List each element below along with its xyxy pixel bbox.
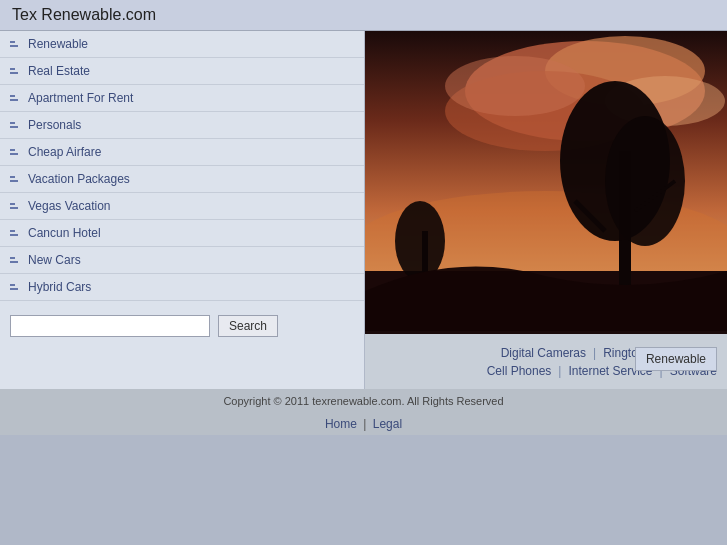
nav-item-label: Renewable (28, 37, 88, 51)
nav-item-label: Hybrid Cars (28, 280, 91, 294)
nav-item-label: New Cars (28, 253, 81, 267)
nav-item-apartment-for-rent[interactable]: Apartment For Rent (0, 85, 364, 112)
digital-cameras-link[interactable]: Digital Cameras (501, 346, 586, 360)
nav-bullet-icon (10, 118, 24, 132)
header: Tex Renewable.com (0, 0, 727, 31)
nav-item-cheap-airfare[interactable]: Cheap Airfare (0, 139, 364, 166)
main-layout: RenewableReal EstateApartment For RentPe… (0, 31, 727, 389)
nav-bullet-icon (10, 37, 24, 51)
nav-item-new-cars[interactable]: New Cars (0, 247, 364, 274)
sunset-image (365, 31, 727, 331)
nav-item-real-estate[interactable]: Real Estate (0, 58, 364, 85)
search-input[interactable] (10, 315, 210, 337)
nav-item-label: Cheap Airfare (28, 145, 101, 159)
cell-phones-link[interactable]: Cell Phones (487, 364, 552, 378)
sep1: | (593, 346, 596, 360)
nav-bullet-icon (10, 199, 24, 213)
nav-item-label: Personals (28, 118, 81, 132)
nav-item-vacation-packages[interactable]: Vacation Packages (0, 166, 364, 193)
nav-item-vegas-vacation[interactable]: Vegas Vacation (0, 193, 364, 220)
nav-item-hybrid-cars[interactable]: Hybrid Cars (0, 274, 364, 301)
search-button[interactable]: Search (218, 315, 278, 337)
sep3: | (558, 364, 561, 378)
nav-list: RenewableReal EstateApartment For RentPe… (0, 31, 364, 301)
nav-item-label: Vegas Vacation (28, 199, 111, 213)
footer-links: Home | Legal (0, 413, 727, 435)
nav-item-label: Apartment For Rent (28, 91, 133, 105)
legal-link[interactable]: Legal (373, 417, 402, 431)
nav-item-label: Vacation Packages (28, 172, 130, 186)
search-area: Search (0, 301, 364, 351)
nav-bullet-icon (10, 145, 24, 159)
left-panel: RenewableReal EstateApartment For RentPe… (0, 31, 365, 389)
nav-bullet-icon (10, 253, 24, 267)
renewable-overlay-button[interactable]: Renewable (635, 347, 717, 371)
nav-item-label: Real Estate (28, 64, 90, 78)
nav-item-label: Cancun Hotel (28, 226, 101, 240)
nav-item-cancun-hotel[interactable]: Cancun Hotel (0, 220, 364, 247)
nav-bullet-icon (10, 280, 24, 294)
nav-bullet-icon (10, 91, 24, 105)
svg-point-14 (395, 201, 445, 281)
nav-bullet-icon (10, 172, 24, 186)
copyright-text: Copyright © 2011 texrenewable.com. All R… (223, 395, 503, 407)
nav-bullet-icon (10, 226, 24, 240)
site-title: Tex Renewable.com (12, 6, 715, 24)
nav-item-renewable[interactable]: Renewable (0, 31, 364, 58)
right-panel: Renewable Digital Cameras | Ringtones | … (365, 31, 727, 389)
svg-point-5 (445, 56, 585, 116)
footer-sep: | (363, 417, 366, 431)
footer: Copyright © 2011 texrenewable.com. All R… (0, 389, 727, 413)
nav-item-personals[interactable]: Personals (0, 112, 364, 139)
home-link[interactable]: Home (325, 417, 357, 431)
nav-bullet-icon (10, 64, 24, 78)
